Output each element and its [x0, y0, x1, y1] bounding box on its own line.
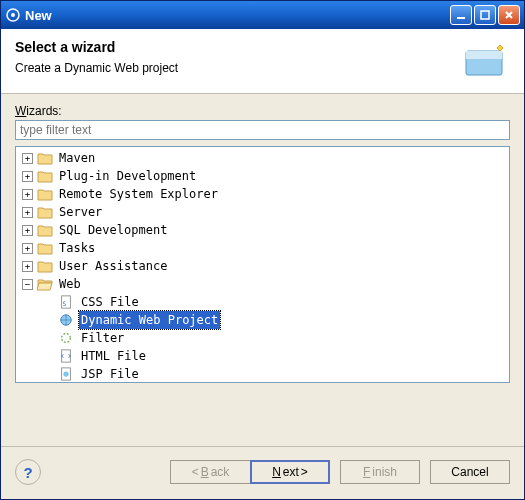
window-title: New — [25, 8, 450, 23]
folder-open-icon — [37, 277, 53, 291]
filter-input[interactable] — [15, 120, 510, 140]
wizards-label: Wizards: — [15, 104, 510, 118]
page-title: Select a wizard — [15, 39, 462, 55]
minimize-button[interactable] — [450, 5, 472, 25]
folder-icon — [37, 223, 53, 237]
svg-point-9 — [62, 334, 71, 343]
expander-icon[interactable]: + — [22, 153, 33, 164]
css-file-icon: S — [59, 295, 75, 309]
expander-icon[interactable]: + — [22, 189, 33, 200]
tree-label: Dynamic Web Project — [79, 311, 220, 329]
folder-icon — [37, 187, 53, 201]
next-button[interactable]: Next > — [250, 460, 330, 484]
help-button[interactable]: ? — [15, 459, 41, 485]
tree-item[interactable]: S CSS File — [16, 293, 509, 311]
tree-folder[interactable]: + Tasks — [16, 239, 509, 257]
tree-folder[interactable]: + Maven — [16, 149, 509, 167]
svg-text:S: S — [63, 300, 67, 307]
expander-spacer — [44, 315, 55, 326]
tree-label: Remote System Explorer — [57, 185, 220, 203]
folder-icon — [37, 151, 53, 165]
page-description: Create a Dynamic Web project — [15, 61, 462, 75]
folder-icon — [37, 205, 53, 219]
tree-folder[interactable]: + Plug-in Development — [16, 167, 509, 185]
tree-label: SQL Development — [57, 221, 169, 239]
wizard-banner-icon — [462, 39, 510, 79]
wizard-header: Select a wizard Create a Dynamic Web pro… — [1, 29, 524, 94]
wizard-tree[interactable]: + Maven + Plug-in Development + — [15, 146, 510, 383]
tree-label: Filter — [79, 329, 126, 347]
jsp-file-icon — [59, 367, 75, 381]
expander-spacer — [44, 333, 55, 344]
expander-icon[interactable]: + — [22, 207, 33, 218]
expander-icon[interactable]: + — [22, 243, 33, 254]
tree-label: Maven — [57, 149, 97, 167]
dialog-window: New Select a wizard Create a Dynamic Web… — [0, 0, 525, 500]
back-button[interactable]: < Back — [170, 460, 250, 484]
tree-item[interactable]: JSP File — [16, 365, 509, 383]
expander-icon[interactable]: + — [22, 171, 33, 182]
tree-folder[interactable]: + User Assistance — [16, 257, 509, 275]
tree-folder-web[interactable]: − Web — [16, 275, 509, 293]
filter-icon — [59, 331, 75, 345]
folder-icon — [37, 259, 53, 273]
svg-point-1 — [11, 13, 15, 17]
tree-label: User Assistance — [57, 257, 169, 275]
cancel-button[interactable]: Cancel — [430, 460, 510, 484]
finish-button[interactable]: Finish — [340, 460, 420, 484]
tree-label: Plug-in Development — [57, 167, 198, 185]
tree-label: Tasks — [57, 239, 97, 257]
button-bar: ? < Back Next > Finish Cancel — [1, 446, 524, 499]
svg-rect-10 — [62, 350, 71, 362]
expander-spacer — [44, 297, 55, 308]
tree-item-selected[interactable]: Dynamic Web Project — [16, 311, 509, 329]
app-icon — [5, 7, 21, 23]
tree-item[interactable]: HTML File — [16, 347, 509, 365]
folder-icon — [37, 241, 53, 255]
tree-item[interactable]: Filter — [16, 329, 509, 347]
expander-icon[interactable]: − — [22, 279, 33, 290]
expander-spacer — [44, 369, 55, 380]
web-project-icon — [59, 313, 75, 327]
titlebar: New — [1, 1, 524, 29]
tree-label: CSS File — [79, 293, 141, 311]
svg-rect-2 — [457, 17, 465, 19]
tree-label: HTML File — [79, 347, 148, 365]
tree-folder[interactable]: + SQL Development — [16, 221, 509, 239]
expander-icon[interactable]: + — [22, 261, 33, 272]
svg-rect-3 — [481, 11, 489, 19]
expander-spacer — [44, 351, 55, 362]
folder-icon — [37, 169, 53, 183]
tree-label: JSP File — [79, 365, 141, 383]
svg-rect-5 — [466, 51, 502, 59]
close-button[interactable] — [498, 5, 520, 25]
svg-point-12 — [63, 371, 68, 376]
tree-folder[interactable]: + Remote System Explorer — [16, 185, 509, 203]
html-file-icon — [59, 349, 75, 363]
maximize-button[interactable] — [474, 5, 496, 25]
tree-folder[interactable]: + Server — [16, 203, 509, 221]
tree-label: Server — [57, 203, 104, 221]
expander-icon[interactable]: + — [22, 225, 33, 236]
tree-label: Web — [57, 275, 83, 293]
